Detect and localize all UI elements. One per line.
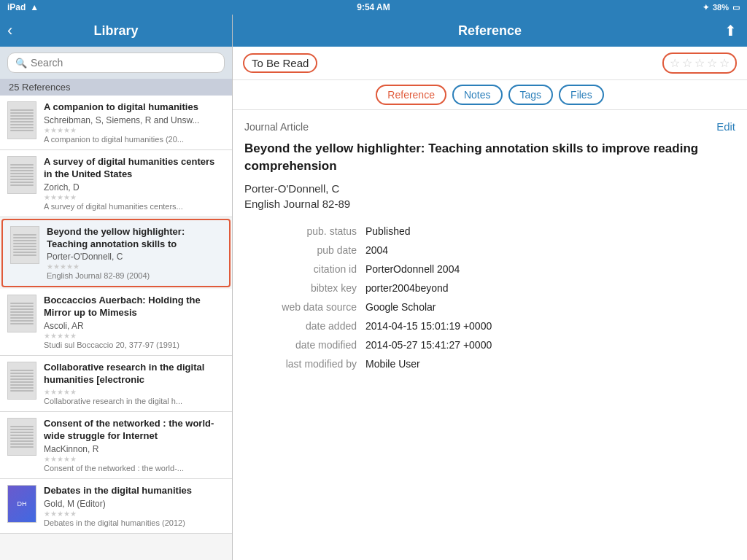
status-right: ✦ 38% ▭: [703, 3, 740, 12]
table-row: date modified 2014-05-27 15:41:27 +0000: [244, 335, 735, 354]
meta-key: citation id: [244, 260, 361, 279]
meta-val: Mobile User: [361, 354, 735, 373]
table-row: pub date 2004: [244, 241, 735, 260]
ref-count-bar: 25 References: [0, 79, 232, 96]
back-button[interactable]: ‹: [7, 21, 12, 40]
star-3[interactable]: ☆: [694, 56, 705, 70]
ref-thumbnail: [7, 362, 36, 400]
ref-title: Consent of the networked : the world-wid…: [44, 418, 225, 443]
ref-stars: ★★★★★: [44, 510, 225, 518]
article-title: Beyond the yellow highlighter: Teaching …: [244, 140, 735, 175]
status-time: 9:54 AM: [357, 2, 390, 12]
list-item[interactable]: Collaborative research in the digital hu…: [0, 356, 232, 412]
left-header: ‹ Library: [0, 15, 232, 47]
main-layout: ‹ Library 🔍 25 References: [0, 15, 747, 560]
table-row: pub. status Published: [244, 222, 735, 241]
ref-thumbnail: DH: [7, 485, 36, 523]
ref-author: Zorich, D: [44, 182, 225, 192]
tab-bar: Reference Notes Tags Files: [233, 80, 747, 110]
ref-title: Beyond the yellow highlighter: Teaching …: [47, 226, 222, 251]
table-row: web data source Google Scholar: [244, 298, 735, 316]
bluetooth-icon: ✦: [703, 3, 709, 12]
meta-table: pub. status Published pub date 2004 cita…: [244, 222, 735, 373]
ref-info: Boccaccios Auerbach: Holding the Mirror …: [44, 295, 225, 349]
search-bar-container: 🔍: [0, 47, 232, 79]
journal-name: English Journal 82-89: [244, 198, 735, 210]
meta-key: date added: [244, 316, 361, 335]
tab-tags[interactable]: Tags: [508, 85, 554, 105]
meta-key: bibtex key: [244, 279, 361, 298]
battery-icon: ▭: [732, 3, 740, 12]
ref-stars: ★★★★★: [44, 455, 225, 463]
search-input[interactable]: [31, 57, 217, 69]
ref-info: Debates in the digital humanities Gold, …: [44, 485, 225, 527]
to-be-read-bar: To Be Read ☆ ☆ ☆ ☆ ☆: [233, 47, 747, 80]
star-5[interactable]: ☆: [719, 56, 729, 70]
ref-subtitle: Collaborative research in the digital h.…: [44, 397, 225, 405]
back-icon: ‹: [7, 21, 12, 40]
ipad-label: iPad: [7, 2, 26, 12]
table-row: date added 2014-04-15 15:01:19 +0000: [244, 316, 735, 335]
ref-thumbnail: [7, 418, 36, 456]
table-row: bibtex key porter2004beyond: [244, 279, 735, 298]
meta-val: 2004: [361, 241, 735, 260]
to-be-read-label: To Be Read: [243, 53, 317, 73]
list-item[interactable]: DH Debates in the digital humanities Gol…: [0, 479, 232, 534]
ref-title: Boccaccios Auerbach: Holding the Mirror …: [44, 295, 225, 319]
search-icon: 🔍: [15, 58, 27, 69]
star-1[interactable]: ☆: [670, 56, 680, 70]
meta-key: date modified: [244, 335, 361, 354]
meta-val: 2014-05-27 15:41:27 +0000: [361, 335, 735, 354]
meta-val: Google Scholar: [361, 298, 735, 316]
ref-stars: ★★★★★: [44, 388, 225, 396]
list-item[interactable]: Consent of the networked : the world-wid…: [0, 412, 232, 479]
list-item[interactable]: A survey of digital humanities centers i…: [0, 150, 232, 217]
list-item[interactable]: Boccaccios Auerbach: Holding the Mirror …: [0, 289, 232, 356]
star-rating[interactable]: ☆ ☆ ☆ ☆ ☆: [662, 52, 737, 74]
table-row: citation id PorterOdonnell 2004: [244, 260, 735, 279]
right-panel: Reference ⬆ To Be Read ☆ ☆ ☆ ☆ ☆ Referen…: [233, 15, 747, 560]
tab-files[interactable]: Files: [559, 85, 604, 105]
ref-thumbnail: [7, 101, 36, 139]
meta-key: last modified by: [244, 354, 361, 373]
ref-count-label: 25 References: [9, 82, 71, 93]
ref-stars: ★★★★★: [44, 126, 225, 134]
ref-title: Collaborative research in the digital hu…: [44, 362, 225, 386]
ref-author: MacKinnon, R: [44, 444, 225, 454]
author-name: Porter-O'Donnell, C: [244, 182, 735, 195]
star-2[interactable]: ☆: [682, 56, 692, 70]
meta-val: PorterOdonnell 2004: [361, 260, 735, 279]
ref-info: A survey of digital humanities centers i…: [44, 156, 225, 211]
journal-type-row: Journal Article Edit: [244, 120, 735, 133]
meta-val: porter2004beyond: [361, 279, 735, 298]
star-4[interactable]: ☆: [707, 56, 717, 70]
search-input-wrap[interactable]: 🔍: [7, 52, 225, 73]
right-header: Reference ⬆: [233, 15, 747, 47]
ref-title: A companion to digital humanities: [44, 101, 225, 114]
meta-val: 2014-04-15 15:01:19 +0000: [361, 316, 735, 335]
status-bar: iPad ▲ 9:54 AM ✦ 38% ▭: [0, 0, 747, 15]
ref-info: Consent of the networked : the world-wid…: [44, 418, 225, 472]
ref-info: Beyond the yellow highlighter: Teaching …: [47, 226, 222, 281]
ref-stars: ★★★★★: [47, 262, 222, 271]
ref-subtitle: English Journal 82-89 (2004): [47, 271, 222, 280]
edit-button[interactable]: Edit: [716, 120, 735, 133]
list-item[interactable]: Beyond the yellow highlighter: Teaching …: [1, 219, 231, 288]
table-row: last modified by Mobile User: [244, 354, 735, 373]
detail-area: Journal Article Edit Beyond the yellow h…: [233, 110, 747, 560]
tab-reference[interactable]: Reference: [376, 85, 446, 105]
ref-subtitle: A companion to digital humanities (20...: [44, 135, 225, 144]
ref-stars: ★★★★★: [44, 193, 225, 201]
right-header-title: Reference: [458, 23, 522, 39]
list-item[interactable]: A companion to digital humanities Schrei…: [0, 96, 232, 150]
ref-info: A companion to digital humanities Schrei…: [44, 101, 225, 144]
meta-key: pub. status: [244, 222, 361, 241]
ref-info: Collaborative research in the digital hu…: [44, 362, 225, 405]
ref-author: Gold, M (Editor): [44, 499, 225, 509]
tab-notes[interactable]: Notes: [452, 85, 503, 105]
ref-author: Schreibman, S, Siemens, R and Unsw...: [44, 115, 225, 125]
library-title: Library: [93, 23, 138, 39]
ref-subtitle: Debates in the digital humanities (2012): [44, 518, 225, 527]
ref-author: Porter-O'Donnell, C: [47, 252, 222, 262]
share-button[interactable]: ⬆: [724, 22, 737, 39]
